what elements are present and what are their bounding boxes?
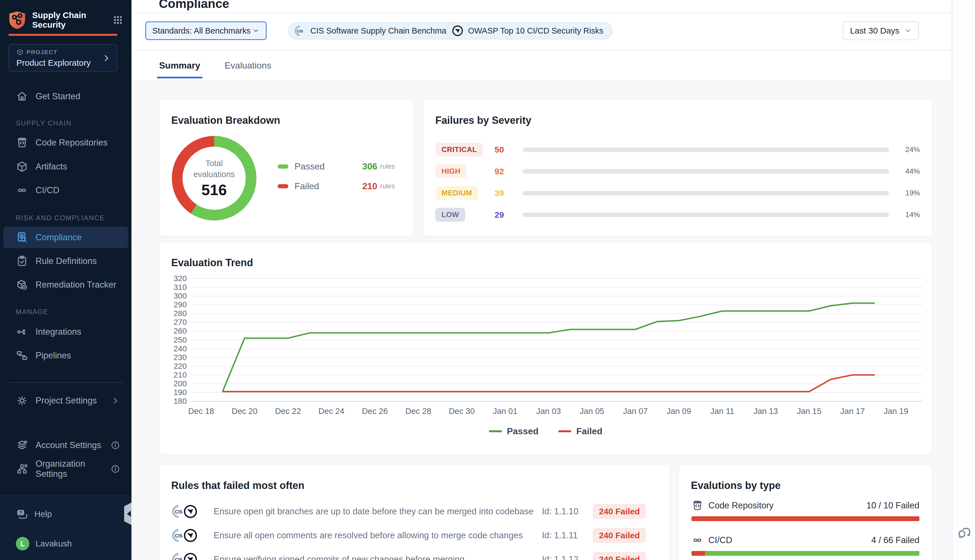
svg-text:320: 320	[174, 274, 187, 283]
info-icon	[110, 440, 120, 450]
rule-description: Ensure all open comments are resolved be…	[214, 530, 542, 540]
sidebar-section-label: SUPPLY CHAIN	[16, 118, 72, 129]
user-menu[interactable]: L Lavakush	[16, 537, 72, 550]
svg-text:Dec 26: Dec 26	[362, 407, 388, 416]
svg-text:Jan 19: Jan 19	[883, 407, 908, 416]
sidebar: Supply Chain Security PROJECT	[0, 0, 132, 560]
sidebar-item-label: Artifacts	[35, 162, 67, 172]
date-range-select[interactable]: Last 30 Days	[843, 22, 919, 40]
help-label: Help	[34, 509, 52, 519]
severity-percent: 44%	[889, 167, 920, 176]
sidebar-item-artifacts[interactable]: Artifacts	[0, 156, 132, 177]
sidebar-item-compliance[interactable]: Compliance	[3, 227, 128, 248]
sidebar-item-code-repositories[interactable]: Code Repositories	[0, 132, 132, 153]
by-type-bar	[691, 551, 920, 556]
legend-dash	[489, 430, 502, 432]
evaluations-by-type-card: Evalutions by type Code Repository10 / 1…	[678, 465, 932, 560]
severity-bar-track	[523, 213, 889, 217]
svg-text:Dec 20: Dec 20	[232, 407, 257, 416]
sidebar-item-get-started[interactable]: Get Started	[0, 86, 132, 107]
sidebar-item-label: Project Settings	[35, 396, 97, 406]
by-type-row-code-repository: Code Repository10 / 10 Failed	[691, 498, 920, 521]
by-type-header: CI/CD4 / 66 Failed	[691, 533, 920, 548]
sidebar-item-label: Code Repositories	[35, 138, 107, 148]
trend-legend-item-failed: Failed	[558, 426, 602, 437]
rule-description: Ensure verifying signed commits of new c…	[214, 554, 542, 560]
sidebar-item-project-settings[interactable]: Project Settings	[0, 390, 132, 412]
svg-text:Dec 22: Dec 22	[275, 407, 301, 416]
severity-count: 50	[494, 145, 523, 155]
by-type-value: 4 / 66 Failed	[871, 535, 920, 545]
sidebar-item-label: CI/CD	[35, 185, 59, 195]
sidebar-item-integrations[interactable]: Integrations	[0, 321, 132, 343]
severity-bar-track	[523, 147, 889, 152]
sidebar-section-label: RISK AND COMPLIANCE	[16, 212, 105, 223]
collapse-arrow-icon	[127, 511, 131, 517]
severity-bar-track	[523, 169, 889, 174]
breakdown-legend: Passed 306 rules Failed 210 rules	[277, 160, 395, 199]
sidebar-item-remediation-tracker[interactable]: Remediation Tracker	[0, 274, 132, 295]
sidebar-item-account-settings[interactable]: Account Settings	[0, 435, 132, 456]
evaluation-trend-card: Evaluation Trend 18019020021022023024025…	[159, 242, 932, 455]
trend-legend: PassedFailed	[159, 426, 932, 437]
owasp-logo-icon	[183, 552, 198, 560]
card-title: Failures by Severity	[435, 115, 531, 126]
card-title: Rules that failed most often	[171, 480, 304, 492]
sidebar-item-label: Organization Settings	[35, 459, 110, 479]
card-title: Evaluation Breakdown	[171, 115, 280, 126]
rule-failed-badge: 240 Failed	[593, 504, 646, 519]
svg-text:Jan 11: Jan 11	[710, 407, 735, 416]
avatar: L	[16, 537, 29, 550]
severity-badge: CRITICAL	[435, 143, 483, 157]
passed-swatch	[277, 164, 288, 168]
page-title: Compliance	[159, 0, 951, 11]
sidebar-nav: Get StartedSUPPLY CHAINCode Repositories…	[0, 0, 132, 560]
evaluation-breakdown-card: Evaluation Breakdown Total evaluations 5…	[159, 100, 414, 236]
svg-text:Jan 17: Jan 17	[840, 407, 865, 416]
tab-summary[interactable]: Summary	[159, 50, 200, 81]
help-chat-icon: ?	[16, 508, 28, 520]
svg-text:240: 240	[174, 344, 187, 353]
svg-text:Jan 15: Jan 15	[797, 407, 821, 416]
severity-count: 39	[494, 188, 523, 198]
sidebar-item-rule-definitions[interactable]: Rule Definitions	[0, 250, 132, 272]
rule-row[interactable]: CISEnsure open git branches are up to da…	[171, 499, 658, 523]
sidebar-item-organization-settings[interactable]: Organization Settings	[0, 458, 132, 480]
sidebar-item-label: Account Settings	[35, 440, 101, 450]
failures-by-severity-card: Failures by Severity CRITICAL5024%HIGH92…	[423, 100, 932, 236]
by-type-rows: Code Repository10 / 10 FailedCI/CD4 / 66…	[691, 498, 920, 560]
help-button[interactable]: ? Help	[16, 508, 52, 520]
svg-text:CIS: CIS	[175, 509, 182, 514]
tab-evaluations[interactable]: Evaluations	[225, 50, 271, 81]
legend-value: 306	[362, 161, 377, 172]
benchmark-chip-owasp[interactable]: OWASP Top 10 CI/CD Security Risks	[446, 22, 613, 40]
sidebar-item-pipelines[interactable]: Pipelines	[0, 345, 132, 366]
svg-text:Jan 07: Jan 07	[623, 407, 648, 416]
rule-row[interactable]: CISEnsure all open comments are resolved…	[171, 523, 658, 547]
svg-text:260: 260	[174, 327, 187, 335]
trend-legend-item-passed: Passed	[489, 426, 539, 437]
standards-filter-select[interactable]: Standards: All Benchmarks	[145, 22, 267, 40]
chat-bubbles-icon[interactable]	[957, 526, 972, 541]
rule-description: Ensure open git branches are up to date …	[214, 507, 542, 517]
svg-text:Jan 09: Jan 09	[667, 407, 691, 416]
gear-icon	[16, 395, 28, 407]
legend-item-failed: Failed 210 rules	[277, 179, 395, 193]
by-type-label: CI/CD	[708, 535, 732, 545]
severity-row-critical: CRITICAL5024%	[435, 139, 920, 160]
severity-row-high: HIGH9244%	[435, 160, 920, 182]
sidebar-divider	[8, 382, 123, 383]
severity-row-medium: MEDIUM3919%	[435, 182, 920, 204]
svg-text:190: 190	[174, 388, 187, 397]
sidebar-item-cicd[interactable]: CI/CD	[0, 180, 132, 201]
sidebar-item-label: Remediation Tracker	[35, 280, 116, 290]
package-icon	[16, 160, 28, 173]
svg-text:210: 210	[174, 370, 187, 379]
severity-rows: CRITICAL5024%HIGH9244%MEDIUM3919%LOW2914…	[435, 139, 920, 226]
by-type-header: Code Repository10 / 10 Failed	[691, 498, 920, 513]
rule-row[interactable]: CISEnsure verifying signed commits of ne…	[171, 547, 658, 560]
svg-text:230: 230	[174, 353, 187, 362]
clipboard-check-icon	[16, 255, 28, 267]
svg-text:280: 280	[174, 309, 187, 318]
legend-name: Passed	[294, 161, 348, 172]
